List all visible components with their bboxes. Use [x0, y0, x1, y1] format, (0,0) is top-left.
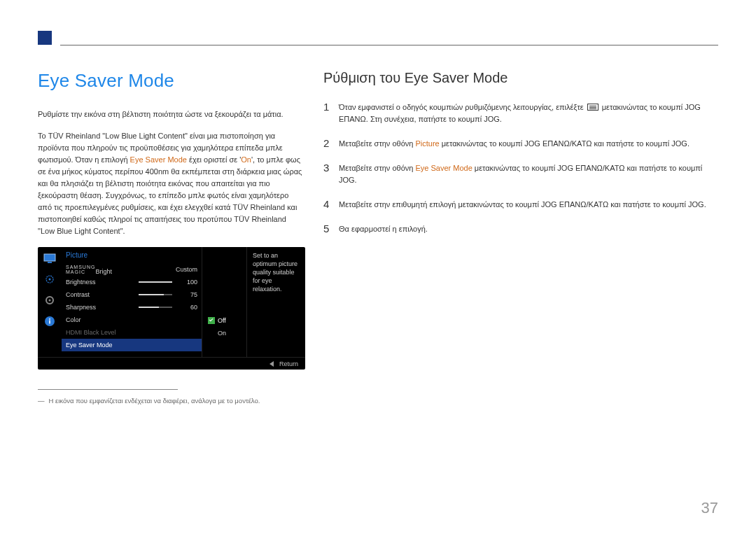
osd-option-off: Off [202, 314, 246, 327]
osd-row-eye-saver: Eye Saver Mode [62, 339, 202, 351]
osd-value-sharpness: 60 [178, 304, 197, 311]
description-paragraph: Το TÜV Rheinland "Low Blue Light Content… [38, 130, 304, 237]
step-5: 5Θα εφαρμοστεί η επιλογή. [323, 223, 718, 235]
section-heading: Eye Saver Mode [38, 70, 304, 92]
chapter-marker [38, 31, 52, 45]
osd-label-brightness: Brightness [66, 279, 133, 286]
footnote: ―Η εικόνα που εμφανίζεται ενδέχεται να δ… [38, 397, 304, 405]
info-icon [43, 316, 56, 327]
osd-value-custom: Custom [169, 266, 197, 273]
osd-value-contrast: 75 [178, 291, 197, 298]
osd-row-bright: SAMSUNGMAGICBright Custom [62, 263, 202, 276]
intro-paragraph: Ρυθμίστε την εικόνα στη βέλτιστη ποιότητ… [38, 108, 304, 120]
step-3a: Μεταβείτε στην οθόνη [339, 164, 415, 172]
right-column: Ρύθμιση του Eye Saver Mode 1Όταν εμφανισ… [323, 70, 718, 405]
osd-option-off-label: Off [218, 317, 226, 324]
osd-row-sharpness: Sharpness 60 [62, 301, 202, 314]
target-icon [43, 274, 56, 285]
svg-rect-7 [49, 321, 50, 324]
step-2b: μετακινώντας το κουμπί JOG ΕΠΑΝΩ/ΚΑΤΩ κα… [440, 139, 690, 148]
triangle-left-icon [270, 361, 274, 367]
accent-on: On [241, 155, 251, 164]
step-1: 1Όταν εμφανιστεί ο οδηγός κουμπιών ρυθμι… [323, 101, 718, 125]
svg-rect-8 [49, 318, 50, 320]
step-3: 3Μεταβείτε στην οθόνη Eye Saver Mode μετ… [323, 162, 718, 186]
osd-label-hdmi: HDMI Black Level [66, 329, 116, 336]
osd-screenshot: Picture SAMSUNGMAGICBright Custom Bright… [38, 247, 305, 370]
svg-rect-0 [44, 254, 55, 261]
osd-sidebar-icons [38, 247, 62, 357]
steps-list: 1Όταν εμφανιστεί ο οδηγός κουμπιών ρυθμι… [323, 101, 718, 235]
gear-icon [43, 295, 56, 306]
subsection-heading: Ρύθμιση του Eye Saver Mode [323, 70, 718, 86]
osd-label-eye-saver: Eye Saver Mode [66, 342, 113, 349]
header-divider [60, 45, 718, 45]
osd-title: Picture [62, 251, 202, 263]
svg-point-3 [49, 279, 51, 281]
desc-b: έχει οριστεί σε ' [187, 155, 241, 164]
osd-row-hdmi: HDMI Black Level [62, 326, 202, 339]
left-column: Eye Saver Mode Ρυθμίστε την εικόνα στη β… [38, 70, 304, 405]
osd-row-contrast: Contrast 75 [62, 288, 202, 301]
osd-help-text: Set to an optimum picture quality suitab… [246, 247, 305, 357]
osd-value-brightness: 100 [178, 279, 197, 286]
footnote-divider [38, 389, 178, 390]
osd-row-color: Color [62, 314, 202, 326]
step-2-accent: Picture [415, 139, 439, 148]
check-icon [208, 317, 215, 324]
osd-label-contrast: Contrast [66, 291, 133, 298]
osd-footer: Return [38, 357, 305, 370]
osd-label-bright: Bright [95, 268, 112, 275]
desc-c: ', το μπλε φως σε ένα μήκος κύματος περί… [38, 155, 302, 235]
osd-row-brightness: Brightness 100 [62, 276, 202, 288]
osd-options-column: Off On [202, 247, 246, 357]
brand-top: SAMSUNG [66, 265, 95, 269]
brand-bottom: MAGIC [66, 269, 85, 274]
svg-point-5 [49, 300, 51, 302]
step-4-text: Μεταβείτε στην επιθυμητή επιλογή μετακιν… [339, 199, 718, 211]
footnote-text: Η εικόνα που εμφανίζεται ενδέχεται να δι… [49, 397, 260, 405]
osd-label-color: Color [66, 316, 133, 323]
page-number: 37 [701, 499, 718, 517]
step-3-accent: Eye Saver Mode [415, 164, 472, 172]
osd-option-on-label: On [218, 330, 226, 337]
osd-label-sharpness: Sharpness [66, 304, 133, 311]
osd-option-on: On [202, 327, 246, 339]
step-2: 2Μεταβείτε στην οθόνη Picture μετακινώντ… [323, 138, 718, 150]
svg-rect-1 [48, 262, 52, 263]
monitor-icon [43, 253, 56, 264]
accent-eye-saver: Eye Saver Mode [130, 155, 187, 164]
step-5-text: Θα εφαρμοστεί η επιλογή. [339, 223, 718, 235]
menu-icon [587, 104, 598, 111]
step-1a: Όταν εμφανιστεί ο οδηγός κουμπιών ρυθμιζ… [339, 103, 586, 111]
step-4: 4Μεταβείτε στην επιθυμητή επιλογή μετακι… [323, 199, 718, 211]
osd-footer-return: Return [279, 360, 298, 367]
step-2a: Μεταβείτε στην οθόνη [339, 139, 415, 148]
